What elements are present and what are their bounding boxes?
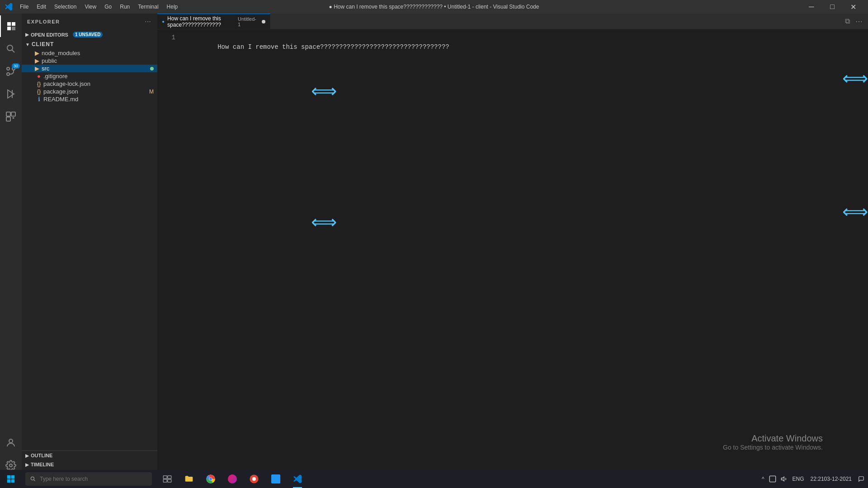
menu-terminal[interactable]: Terminal <box>134 2 162 12</box>
json-file-icon: {} <box>34 88 43 95</box>
taskbar-apps <box>157 470 307 488</box>
chrome-icon <box>206 474 215 483</box>
menu-help[interactable]: Help <box>163 2 182 12</box>
tree-item-readme[interactable]: ℹ README.md <box>22 95 157 103</box>
menu-file[interactable]: File <box>16 2 32 12</box>
svg-point-25 <box>31 477 34 480</box>
tree-item-node-modules[interactable]: ▶ node_modules <box>22 49 157 57</box>
editor-tab-active[interactable]: ● How can I remove this space???????????… <box>157 14 270 29</box>
taskbar-file-explorer[interactable] <box>179 470 199 488</box>
tray-chevron[interactable]: ^ <box>760 470 766 488</box>
sidebar-header: EXPLORER ⋯ <box>22 14 157 30</box>
split-editor-icon[interactable]: ⧉ <box>843 15 852 27</box>
menu-view[interactable]: View <box>81 2 100 12</box>
sidebar: EXPLORER ⋯ ▶ OPEN EDITORS 1 UNSAVED ▼ CL… <box>22 14 157 478</box>
app6-icon <box>250 474 259 483</box>
activity-explorer[interactable] <box>0 15 22 37</box>
svg-point-8 <box>7 67 9 70</box>
editor-scrollbar[interactable] <box>862 29 868 478</box>
taskbar: ^ ENG 22:21 03-12-2021 <box>0 470 868 488</box>
folder-icon: ▶ <box>33 65 42 72</box>
svg-rect-28 <box>168 476 171 479</box>
svg-rect-27 <box>163 476 167 479</box>
taskbar-chrome[interactable] <box>201 470 221 488</box>
code-content[interactable]: How can I remove this space?????????????… <box>180 29 862 478</box>
tree-label: public <box>42 57 157 64</box>
tree-item-src[interactable]: ▶ src <box>22 65 157 72</box>
clock-date: 03-12-2021 <box>824 475 852 483</box>
taskbar-app7[interactable] <box>266 470 286 488</box>
app5-icon <box>228 474 237 483</box>
folder-icon: ▶ <box>33 57 42 64</box>
outline-label: OUTLINE <box>31 453 52 458</box>
taskbar-task-view[interactable] <box>157 470 177 488</box>
volume-icon <box>781 475 788 483</box>
tree-item-package-json[interactable]: {} package.json M <box>22 88 157 95</box>
client-section[interactable]: ▼ CLIENT <box>22 39 157 49</box>
svg-rect-11 <box>6 112 10 116</box>
outline-section[interactable]: ▶ OUTLINE <box>22 451 157 460</box>
editor-area: ● How can I remove this space???????????… <box>157 14 868 478</box>
svg-rect-36 <box>769 476 775 482</box>
tray-lang[interactable]: ENG <box>791 470 806 488</box>
activity-search[interactable] <box>0 38 22 60</box>
window-title: ● How can I remove this space???????????… <box>329 4 539 10</box>
close-button[interactable]: ✕ <box>843 0 863 14</box>
tree-label: README.md <box>43 96 157 103</box>
svg-rect-1 <box>12 22 15 26</box>
svg-line-26 <box>33 479 35 481</box>
client-chevron: ▼ <box>25 42 30 47</box>
activity-extensions[interactable] <box>0 106 22 127</box>
tree-item-public[interactable]: ▶ public <box>22 57 157 65</box>
main-layout: 30 EXPLORER ⋯ ▶ OPEN EDITORS <box>0 14 868 478</box>
new-file-icon[interactable]: ⋯ <box>144 17 152 26</box>
tree-item-package-lock[interactable]: {} package-lock.json <box>22 80 157 88</box>
svg-point-4 <box>7 45 13 51</box>
window-controls: ─ □ ✕ <box>801 0 863 14</box>
timeline-chevron: ▶ <box>25 462 29 467</box>
file-tree: ▶ node_modules ▶ public ▶ src ● .gitigno… <box>22 49 157 450</box>
svg-rect-13 <box>6 117 10 121</box>
line-numbers: 1 <box>157 29 180 478</box>
tray-network[interactable] <box>767 470 778 488</box>
start-button[interactable] <box>0 470 22 488</box>
activity-accounts[interactable] <box>0 432 22 454</box>
vscode-taskbar-icon <box>293 474 302 483</box>
taskbar-vscode[interactable] <box>288 470 307 488</box>
menu-go[interactable]: Go <box>101 2 115 12</box>
menu-edit[interactable]: Edit <box>33 2 50 12</box>
svg-rect-2 <box>7 27 11 30</box>
more-actions-icon[interactable]: ⋯ <box>854 15 864 28</box>
taskbar-app6[interactable] <box>244 470 264 488</box>
tab-icon: ● <box>162 19 165 24</box>
md-file-icon: ℹ <box>34 96 43 103</box>
activity-run[interactable] <box>0 83 22 105</box>
tray-notification[interactable] <box>856 470 866 488</box>
sidebar-actions: ⋯ <box>144 17 152 26</box>
outline-chevron: ▶ <box>25 453 29 458</box>
notification-icon <box>858 476 864 482</box>
activity-bar: 30 <box>0 14 22 478</box>
minimize-button[interactable]: ─ <box>801 0 822 14</box>
tree-item-gitignore[interactable]: ● .gitignore <box>22 72 157 80</box>
open-editors-section[interactable]: ▶ OPEN EDITORS 1 UNSAVED <box>22 30 157 39</box>
tray-volume[interactable] <box>779 470 790 488</box>
menu-bar: File Edit Selection View Go Run Terminal… <box>16 2 181 12</box>
menu-run[interactable]: Run <box>116 2 133 12</box>
taskbar-search-bar[interactable] <box>25 472 152 486</box>
json-file-icon: {} <box>34 80 43 87</box>
editor-tabs: ● How can I remove this space???????????… <box>157 14 868 29</box>
line-number-1: 1 <box>157 33 175 42</box>
maximize-button[interactable]: □ <box>822 0 843 14</box>
menu-selection[interactable]: Selection <box>51 2 80 12</box>
taskbar-app5[interactable] <box>222 470 242 488</box>
tray-clock[interactable]: 22:21 03-12-2021 <box>807 470 855 488</box>
taskbar-search-input[interactable] <box>40 476 130 482</box>
code-editor: 1 How can I remove this space???????????… <box>157 29 868 478</box>
activity-source-control[interactable]: 30 <box>0 61 22 82</box>
network-icon <box>769 475 776 483</box>
svg-rect-24 <box>11 479 15 483</box>
timeline-section[interactable]: ▶ TIMELINE <box>22 460 157 469</box>
taskbar-tray: ^ ENG 22:21 03-12-2021 <box>760 470 868 488</box>
svg-line-5 <box>12 50 15 53</box>
